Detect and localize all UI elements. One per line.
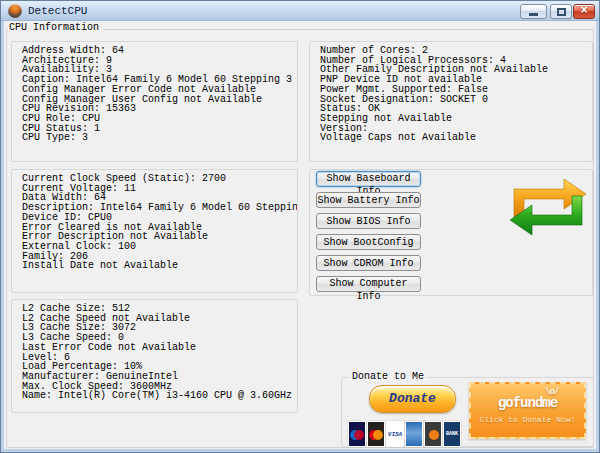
info-line: Name: Intel(R) Core(TM) i3-4160 CPU @ 3.… bbox=[22, 391, 297, 401]
show-computer-info-button[interactable]: Show Computer Info bbox=[316, 276, 421, 292]
show-bootconfig-button[interactable]: Show BootConfig bbox=[316, 234, 421, 250]
sync-arrows-icon bbox=[507, 178, 589, 236]
info-line: Install Date not Available bbox=[22, 261, 297, 271]
minimize-button[interactable] bbox=[520, 4, 547, 19]
payment-cards-row: VISA BANK bbox=[348, 421, 461, 447]
cpu-cores-info-panel: Number of Cores: 2Number of Logical Proc… bbox=[309, 41, 593, 162]
maestro-red-circle bbox=[354, 430, 364, 440]
gofundme-hand-icon: \o/ bbox=[545, 388, 559, 396]
discover-card-icon bbox=[424, 421, 442, 447]
show-bios-info-button[interactable]: Show BIOS Info bbox=[316, 213, 421, 229]
cpu-clock-info-panel: Current Clock Speed (Static): 2700Curren… bbox=[11, 169, 298, 293]
minimize-icon bbox=[529, 13, 538, 16]
maestro-card-icon bbox=[348, 421, 366, 447]
visa-card-icon: VISA bbox=[386, 421, 404, 447]
mastercard-orange-circle bbox=[373, 430, 383, 440]
maximize-button[interactable] bbox=[550, 4, 572, 19]
info-line: CPU Type: 3 bbox=[22, 133, 297, 143]
close-icon: × bbox=[580, 5, 587, 18]
paypal-donate-button[interactable]: Donate bbox=[369, 385, 456, 413]
gofundme-cta-text: Click to Donate Now! bbox=[479, 415, 575, 425]
discover-orange-circle bbox=[429, 430, 439, 440]
bank-card-icon: BANK bbox=[443, 421, 461, 447]
donate-group-label: Donate to Me bbox=[349, 371, 427, 382]
window-title: DetectCPU bbox=[28, 4, 87, 18]
gofundme-logo-text: gofundme bbox=[498, 395, 557, 411]
close-button[interactable]: × bbox=[573, 4, 595, 19]
app-icon bbox=[8, 4, 22, 18]
app-window: DetectCPU × CPU Information Address Widt… bbox=[0, 0, 600, 453]
cpu-information-group-label: CPU Information bbox=[8, 22, 103, 33]
gofundme-logo: gofundme \o/ bbox=[498, 396, 557, 411]
info-line: Voltage Caps not Available bbox=[320, 133, 592, 143]
mastercard-icon bbox=[367, 421, 385, 447]
show-cdrom-info-button[interactable]: Show CDROM Info bbox=[316, 255, 421, 271]
cpu-basic-info-panel: Address Width: 64Architecture: 9Availabi… bbox=[11, 41, 298, 162]
titlebar[interactable]: DetectCPU × bbox=[1, 1, 599, 21]
client-area: CPU Information Address Width: 64Archite… bbox=[4, 21, 596, 449]
gofundme-donate-button[interactable]: gofundme \o/ Click to Donate Now! bbox=[469, 382, 586, 439]
show-battery-info-button[interactable]: Show Battery Info bbox=[316, 192, 421, 208]
maximize-icon bbox=[557, 8, 566, 16]
amex-card-icon bbox=[405, 421, 423, 447]
show-baseboard-info-button[interactable]: Show Baseboard Info bbox=[316, 171, 421, 187]
cpu-cache-info-panel: L2 Cache Size: 512L2 Cache Speed not Ava… bbox=[11, 299, 298, 413]
